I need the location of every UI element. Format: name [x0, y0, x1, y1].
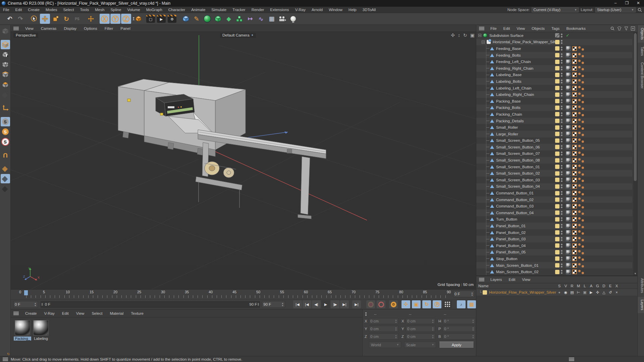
- object-name[interactable]: Main_Screen_Button_01: [496, 263, 539, 267]
- apply-button[interactable]: Apply: [439, 342, 474, 348]
- object-manager-menu-item[interactable]: Bookmarks: [563, 26, 589, 31]
- layer-chip[interactable]: [555, 86, 559, 90]
- uvw-tag-icon[interactable]: [572, 224, 577, 228]
- search-icon[interactable]: [638, 8, 642, 12]
- dock-tab-takes[interactable]: Takes: [638, 44, 644, 58]
- visibility-dots[interactable]: [561, 152, 562, 156]
- layer-chip[interactable]: [555, 152, 559, 156]
- menu-item[interactable]: Help: [345, 7, 360, 13]
- coordinate-field[interactable]: 0 cm▲▼: [369, 318, 398, 324]
- material-thumbnail[interactable]: [33, 320, 49, 336]
- viewport-menu-item[interactable]: Filter: [101, 26, 117, 31]
- timeline-playhead[interactable]: [24, 290, 28, 295]
- uvw-tag-icon[interactable]: [572, 171, 577, 176]
- object-row[interactable]: Command_Button_02: [476, 196, 632, 203]
- keyframe-selection-button[interactable]: ⚙: [389, 300, 398, 308]
- selection-tag-icons[interactable]: [578, 66, 584, 70]
- visibility-dots[interactable]: [561, 125, 562, 129]
- uvw-tag-icon[interactable]: [572, 269, 577, 274]
- selection-tag-icons[interactable]: [578, 152, 584, 156]
- selection-tag-icons[interactable]: [578, 256, 584, 261]
- menu-item[interactable]: Character: [165, 7, 189, 13]
- object-name[interactable]: Small_Screen_Button_03: [496, 178, 540, 182]
- material-tag-icon[interactable]: [566, 177, 571, 182]
- scale-tool-button[interactable]: [51, 14, 61, 24]
- visibility-dots[interactable]: [561, 86, 562, 90]
- menu-item[interactable]: File: [0, 7, 12, 13]
- menu-item[interactable]: Tracker: [229, 7, 249, 13]
- object-filter-icon[interactable]: [617, 26, 622, 31]
- lock-workplane-button[interactable]: ▦●: [1, 174, 10, 183]
- visibility-dots[interactable]: [561, 211, 562, 215]
- layer-chip-none[interactable]: [555, 33, 559, 38]
- visibility-dots[interactable]: [561, 191, 562, 195]
- selection-tag-icons[interactable]: [578, 158, 584, 163]
- material-tag-icon[interactable]: [566, 72, 571, 77]
- current-frame-spinner[interactable]: 0 F▲▼: [13, 301, 38, 308]
- selection-tag-icons[interactable]: [578, 191, 584, 195]
- layers-menu-item[interactable]: Layers: [487, 278, 505, 282]
- object-name[interactable]: Feeding_Right_Chain: [496, 66, 533, 70]
- layer-chip[interactable]: [555, 184, 559, 189]
- viewport-menu-item[interactable]: View: [21, 26, 37, 31]
- light-button[interactable]: [288, 14, 298, 24]
- object-name[interactable]: Subdivision Surface: [489, 34, 524, 38]
- material-tag-icon[interactable]: [566, 210, 571, 215]
- visibility-dots[interactable]: [561, 237, 562, 241]
- layer-expressions-toggle[interactable]: ↺: [607, 290, 613, 295]
- object-row[interactable]: Labeling_Bolts: [476, 78, 632, 85]
- material-tag-icon[interactable]: [566, 204, 571, 209]
- enabled-check-icon[interactable]: ✓: [566, 33, 570, 38]
- object-row[interactable]: Small_Screen_Button_01: [476, 164, 632, 170]
- uvw-tag-icon[interactable]: [572, 184, 577, 189]
- play-button[interactable]: ▶: [321, 300, 330, 308]
- deformer-button[interactable]: ∿: [256, 14, 266, 24]
- material-menu-item[interactable]: View: [72, 311, 88, 315]
- next-key-button[interactable]: ▶|: [340, 300, 349, 308]
- layer-chip[interactable]: [555, 237, 559, 241]
- uvw-tag-icon[interactable]: [572, 138, 577, 143]
- coord-system-button[interactable]: ↥: [132, 14, 142, 24]
- expand-toggle-icon[interactable]: [478, 34, 481, 37]
- selection-tag-icons[interactable]: [578, 93, 584, 97]
- visibility-dots[interactable]: [561, 47, 562, 51]
- visibility-dots[interactable]: [561, 99, 562, 103]
- material-tag-icon[interactable]: [566, 217, 571, 222]
- uvw-tag-icon[interactable]: [572, 151, 577, 156]
- menu-item[interactable]: Spline: [107, 7, 124, 13]
- object-manager-menu-item[interactable]: Tags: [548, 26, 563, 31]
- workplane-axis-button[interactable]: [1, 104, 10, 113]
- object-name[interactable]: Command_Button_03: [496, 204, 534, 208]
- visibility-dots[interactable]: [561, 73, 562, 77]
- coordinate-field[interactable]: 0 cm▲▼: [369, 334, 398, 340]
- selection-tag-icons[interactable]: [578, 165, 584, 169]
- material-tag-icon[interactable]: [566, 118, 571, 123]
- rotate-view-icon[interactable]: ↻: [463, 33, 467, 38]
- object-name[interactable]: Labeling_Right_Chain: [496, 93, 534, 97]
- uvw-tag-icon[interactable]: [572, 79, 577, 84]
- object-name[interactable]: Turn_Button: [496, 217, 517, 221]
- selection-tag-icons[interactable]: [578, 270, 584, 274]
- visibility-dots[interactable]: [561, 158, 562, 162]
- object-row[interactable]: Labeling_Right_Chain: [476, 91, 632, 98]
- material-tag-icon[interactable]: [566, 105, 571, 110]
- live-selection-button[interactable]: [29, 14, 39, 24]
- selection-tag-icons[interactable]: [578, 145, 584, 149]
- object-row[interactable]: Packing_Bolts: [476, 105, 632, 111]
- object-row[interactable]: Panel_Button_02: [476, 229, 632, 236]
- material-tag-icon[interactable]: [566, 197, 571, 202]
- object-name[interactable]: Large_Roller: [496, 132, 518, 136]
- uvw-tag-icon[interactable]: [572, 92, 577, 97]
- layer-chip[interactable]: [555, 263, 559, 267]
- object-tree-scrollbar[interactable]: ▲ ▼: [633, 32, 637, 276]
- object-name[interactable]: Panel_Button_05: [496, 250, 526, 254]
- zoom-view-icon[interactable]: ↕: [458, 33, 460, 38]
- layer-chip[interactable]: [555, 53, 559, 57]
- material-tag-icon[interactable]: [566, 237, 571, 242]
- key-position-button[interactable]: ✣: [401, 300, 410, 308]
- quantize-tool-button[interactable]: ▦: [1, 164, 10, 173]
- array-button[interactable]: [234, 14, 245, 24]
- layer-lock-toggle[interactable]: ▣: [582, 290, 588, 295]
- object-row[interactable]: Stop_Button: [476, 255, 632, 262]
- object-name[interactable]: Command_Button_02: [496, 198, 534, 202]
